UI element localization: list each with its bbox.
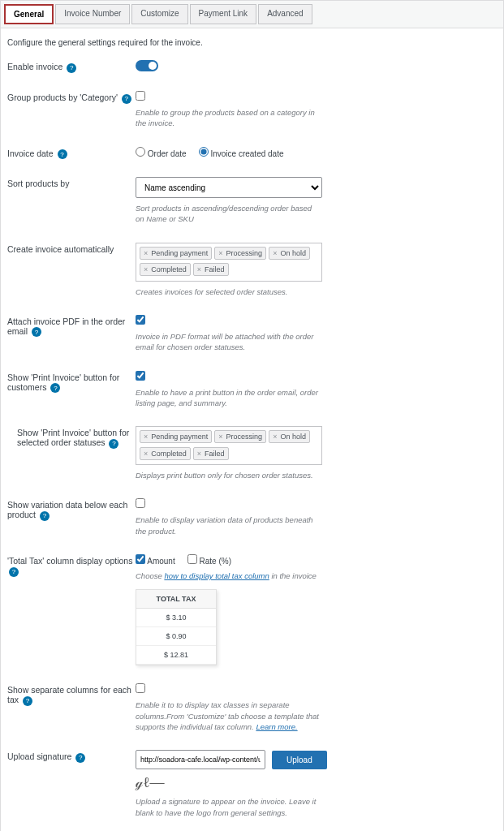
tax-preview-table: TOTAL TAX $ 3.10 $ 0.90 $ 12.81 <box>136 589 217 665</box>
label-attach-pdf: Attach invoice PDF in the order email ? <box>7 315 136 338</box>
tab-general[interactable]: General <box>4 4 54 24</box>
help-icon[interactable]: ? <box>67 63 76 73</box>
close-icon: × <box>218 249 222 257</box>
label-separate-columns: Show separate columns for each tax ? <box>7 683 136 706</box>
close-icon: × <box>144 433 148 441</box>
close-icon: × <box>197 450 201 458</box>
desc: Upload a signature to appear on the invo… <box>136 796 322 818</box>
label-print-statuses: Show 'Print Invoice' button for selected… <box>7 426 136 449</box>
checkbox-rate[interactable] <box>187 554 197 564</box>
link-learn-more[interactable]: Learn more. <box>256 722 297 731</box>
label-group-products: Group products by 'Category' ? <box>7 91 136 104</box>
close-icon: × <box>273 433 277 441</box>
desc: Choose how to display total tax column i… <box>136 571 322 581</box>
radio-order-date[interactable] <box>136 147 145 157</box>
label-show-print: Show 'Print Invoice' button for customer… <box>7 371 136 394</box>
link-tax-how[interactable]: how to display total tax column <box>164 571 269 580</box>
close-icon: × <box>144 249 148 257</box>
close-icon: × <box>218 433 222 441</box>
label-auto-create: Create invoice automatically <box>7 243 136 254</box>
toggle-enable-invoice[interactable] <box>136 60 158 71</box>
label-tax-column: 'Total Tax' column display options ? <box>7 554 136 577</box>
tab-advanced[interactable]: Advanced <box>258 4 312 24</box>
checkbox-group-products[interactable] <box>136 91 145 101</box>
checkbox-separate-columns[interactable] <box>136 683 145 693</box>
tag[interactable]: ×Pending payment <box>140 430 212 443</box>
tabs-bar: General Invoice Number Customize Payment… <box>0 0 504 28</box>
label-variation: Show variation data below each product ? <box>7 498 136 521</box>
checkbox-attach-pdf[interactable] <box>136 315 145 325</box>
radio-invoice-created-date[interactable] <box>199 147 209 157</box>
tab-payment-link[interactable]: Payment Link <box>190 4 257 24</box>
help-icon[interactable]: ? <box>109 439 118 449</box>
desc: Enable to have a print button in the ord… <box>136 387 322 409</box>
help-icon[interactable]: ? <box>32 327 41 337</box>
help-icon[interactable]: ? <box>75 753 85 763</box>
desc: Invoice in PDF format will be attached w… <box>136 331 322 353</box>
help-icon[interactable]: ? <box>50 383 60 393</box>
help-icon[interactable]: ? <box>9 567 19 577</box>
select-sort-by[interactable]: Name ascending <box>136 177 322 198</box>
help-icon[interactable]: ? <box>23 696 32 706</box>
tab-invoice-number[interactable]: Invoice Number <box>55 4 130 24</box>
tag[interactable]: ×Failed <box>193 263 229 276</box>
label-enable-invoice: Enable invoice ? <box>7 60 136 73</box>
signature-preview: ℊℓ— <box>136 774 497 791</box>
tab-customize[interactable]: Customize <box>131 4 187 24</box>
tagbox-auto-statuses[interactable]: ×Pending payment ×Processing ×On hold ×C… <box>136 243 322 282</box>
tag[interactable]: ×On hold <box>269 430 310 443</box>
close-icon: × <box>197 265 201 273</box>
desc: Creates invoices for selected order stat… <box>136 286 322 297</box>
help-icon[interactable]: ? <box>58 149 67 159</box>
help-icon[interactable]: ? <box>122 94 131 104</box>
tag[interactable]: ×Completed <box>140 447 191 460</box>
tag[interactable]: ×Processing <box>214 430 266 443</box>
label-sort-by: Sort products by <box>7 177 136 188</box>
input-signature-url[interactable] <box>136 750 265 769</box>
close-icon: × <box>273 249 277 257</box>
help-icon[interactable]: ? <box>40 511 50 521</box>
checkbox-amount[interactable] <box>136 554 145 564</box>
close-icon: × <box>144 265 148 273</box>
desc: Displays print button only for chosen or… <box>136 470 322 480</box>
label-invoice-date: Invoice date ? <box>7 147 136 160</box>
tag[interactable]: ×Processing <box>214 247 266 260</box>
tag[interactable]: ×Completed <box>140 263 191 276</box>
desc: Enable to group the products based on a … <box>136 107 322 129</box>
tagbox-print-statuses[interactable]: ×Pending payment ×Processing ×On hold ×C… <box>136 426 322 465</box>
close-icon: × <box>144 450 148 458</box>
tag[interactable]: ×On hold <box>269 247 310 260</box>
label-signature: Upload signature ? <box>7 750 136 763</box>
desc: Enable it to to display tax classes in s… <box>136 700 322 732</box>
desc: Enable to display variation data of prod… <box>136 515 322 536</box>
settings-panel: Configure the general settings required … <box>0 28 504 831</box>
intro-text: Configure the general settings required … <box>7 38 497 47</box>
tag[interactable]: ×Failed <box>193 447 229 460</box>
tag[interactable]: ×Pending payment <box>140 247 212 260</box>
checkbox-show-print[interactable] <box>136 371 145 381</box>
upload-signature-button[interactable]: Upload <box>272 751 327 769</box>
checkbox-variation[interactable] <box>136 498 145 508</box>
desc: Sort products in ascending/descending or… <box>136 203 322 225</box>
